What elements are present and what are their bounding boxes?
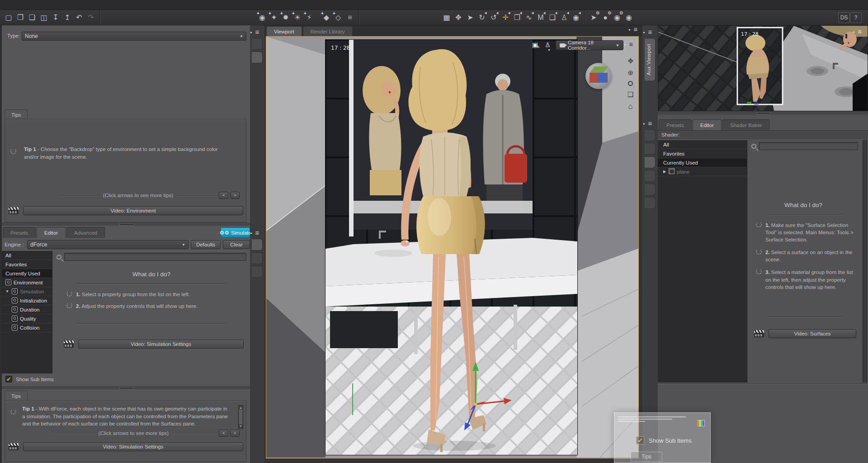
previous-tip-button[interactable]: < (219, 430, 228, 437)
menu-item[interactable] (5, 4, 14, 6)
rotate-tool-icon[interactable]: ➤↻ (476, 12, 488, 23)
video-simulation-settings-button[interactable]: Video: Simulation Settings (23, 442, 243, 451)
vertical-scrollbar[interactable] (863, 140, 867, 383)
new-point-light-icon[interactable]: +✹ (280, 12, 292, 23)
daz-bridge-icon[interactable]: DS (838, 12, 850, 23)
pan-hand-icon[interactable]: ✥ (627, 57, 633, 64)
pane-menu-icon[interactable]: ≡ (856, 28, 864, 36)
pane-menu-icon[interactable]: ≡ (253, 230, 261, 237)
camera-selection-icon[interactable]: ➤◉ (570, 12, 582, 23)
viewport-tab[interactable]: Viewport (266, 26, 302, 36)
search-input[interactable] (64, 253, 246, 261)
shader-settings-icon[interactable]: ⚙● (599, 12, 611, 23)
pose-icon[interactable]: ♙ (545, 41, 551, 48)
dock-tab[interactable] (645, 170, 656, 182)
property-group-row[interactable]: All (2, 251, 52, 260)
simulate-button[interactable]: ⚙⚙ Simulate (221, 227, 250, 238)
dock-tab[interactable] (645, 143, 656, 155)
dock-tab[interactable] (645, 197, 656, 209)
open-recent-icon[interactable]: ❏ (26, 12, 38, 23)
open-file-icon[interactable]: ❐ (14, 12, 26, 23)
camera-selector-dropdown[interactable]: Camera 18 Corridor... ▼ (556, 40, 623, 50)
tips-tab[interactable]: Tips (5, 391, 28, 401)
video-surfaces-button[interactable]: Video: Surfaces (769, 329, 856, 338)
previous-tip-button[interactable]: < (219, 192, 228, 199)
property-group-row[interactable]: ▼ G Simulation (2, 287, 52, 296)
menu-item[interactable] (64, 4, 73, 6)
new-distant-light-icon[interactable]: +☀ (292, 12, 303, 23)
pane-menu-icon[interactable]: ≡ (253, 29, 261, 36)
next-tip-button[interactable]: > (230, 192, 240, 199)
pane-splitter[interactable] (2, 386, 250, 389)
shader-row[interactable]: Favorites (658, 149, 747, 158)
property-group-row[interactable]: G Quality (2, 314, 52, 323)
menu-item[interactable] (34, 4, 43, 6)
show-sub-items-checkbox[interactable]: ✔ (636, 436, 644, 444)
dock-tab[interactable] (252, 38, 263, 50)
menu-item[interactable] (24, 4, 33, 6)
new-spotlight-icon[interactable]: +✦ (268, 12, 280, 23)
toolbar-menu-icon[interactable]: ≡ (344, 12, 356, 23)
show-sub-items-checkbox[interactable]: ✔ (5, 376, 12, 383)
aim-icon[interactable]: ⊕ (627, 69, 633, 76)
clear-button[interactable]: Clear (223, 240, 250, 249)
redo-icon[interactable]: ↷ (85, 12, 97, 23)
tab[interactable]: Editor (37, 227, 66, 238)
pan-tool-icon[interactable]: ✥ (453, 12, 464, 23)
new-camera-icon[interactable]: +◉ (256, 12, 268, 23)
universal-tool-icon[interactable]: ➤✛ (500, 12, 511, 23)
save-file-icon[interactable]: ◫ (38, 12, 50, 23)
aux-viewport[interactable]: 17 : 28 ≡ (658, 25, 868, 111)
node-selection-tool-icon[interactable]: ➤ (464, 12, 476, 23)
zoom-icon[interactable] (628, 81, 633, 86)
import-icon[interactable]: ↧ (50, 12, 61, 23)
shader-row[interactable]: Currently Used (658, 158, 747, 167)
pane-menu-icon[interactable]: ≡ (632, 26, 640, 33)
pane-splitter[interactable] (2, 222, 250, 226)
video-environment-button[interactable]: Video: Environment (23, 206, 243, 215)
dock-tab[interactable]: Aux Viewport (645, 38, 656, 81)
dock-tab[interactable] (645, 184, 656, 195)
new-linear-point-light-icon[interactable]: +⚡ (303, 12, 315, 23)
next-tip-button[interactable]: > (230, 430, 240, 437)
dock-tab[interactable] (252, 266, 263, 278)
joint-editor-icon[interactable]: ➤∿ (523, 12, 535, 23)
new-file-icon[interactable]: ▢ (3, 12, 14, 23)
video-simulation-settings-button[interactable]: Video: Simulation Settings (78, 340, 244, 349)
pane-splitter[interactable] (658, 111, 868, 114)
tab[interactable]: Editor (693, 119, 722, 130)
tips-tab[interactable]: Tips (631, 452, 662, 462)
menu-item[interactable] (74, 4, 83, 6)
viewport-3d[interactable]: 17 : 28 ▣✎ ♙ ▼ Camera 18 Corridor... ▼ ≡… (266, 36, 639, 458)
geometry-editor-icon[interactable]: ➤M (535, 12, 547, 23)
search-icon[interactable] (57, 255, 61, 260)
render-settings-icon[interactable]: ⚙◉ (611, 12, 623, 23)
pane-menu-icon[interactable]: ≡ (646, 120, 654, 128)
viewport-tab[interactable]: Render Library (303, 26, 353, 36)
property-group-row[interactable]: G Collision (2, 323, 52, 332)
tips-tab[interactable]: Tips (5, 109, 28, 119)
tab[interactable]: Shader Baker (722, 119, 769, 130)
figure-selection-icon[interactable]: ➤♙ (558, 12, 570, 23)
environment-type-dropdown[interactable]: None ▼ (22, 32, 246, 41)
pane-menu-icon[interactable]: ≡ (646, 29, 654, 36)
property-group-row[interactable]: Favorites (2, 260, 52, 269)
chevron-down-icon[interactable]: ▼ (547, 48, 551, 52)
shader-row[interactable]: All (658, 140, 747, 149)
search-input[interactable] (759, 142, 858, 150)
tip-scrollbar[interactable]: ▲▼ (238, 405, 243, 429)
property-group-row[interactable]: G Initialization (2, 296, 52, 305)
orbit-tool-icon[interactable]: ➤↺ (488, 12, 500, 23)
menu-item[interactable] (54, 4, 63, 6)
property-group-row[interactable]: G Duration (2, 305, 52, 314)
render-icon[interactable]: ◉ (623, 12, 635, 23)
new-null-icon[interactable]: +◇ (332, 12, 344, 23)
scale-tool-icon[interactable]: ➤❒ (511, 12, 523, 23)
help-icon[interactable]: ? (850, 12, 862, 23)
dock-tab[interactable] (645, 129, 656, 141)
engine-dropdown[interactable]: dForce ▼ (27, 240, 189, 249)
tab[interactable]: Advanced (66, 227, 105, 238)
menu-item[interactable] (44, 4, 53, 6)
tab[interactable]: Presets (3, 227, 36, 238)
property-group-row[interactable]: G Environment (2, 278, 52, 287)
